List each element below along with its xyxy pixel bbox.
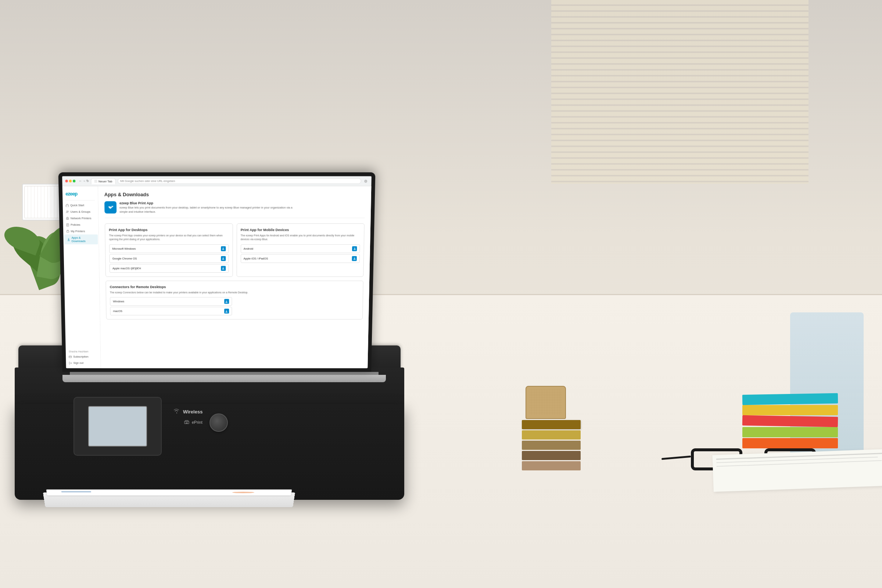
basket (525, 386, 566, 419)
mobile-card-desc: The ezeep Print Apps for Android and iOS… (241, 234, 360, 241)
android-download-label: Android (244, 247, 253, 250)
app-hero-text: ezeep Blue Print App ezeep Blue lets you… (119, 201, 300, 214)
sidebar-item-sign-out[interactable]: Sign out (66, 360, 100, 366)
laptop-hinge (70, 372, 378, 375)
windows-download-icon[interactable] (221, 246, 226, 251)
home-icon (66, 204, 69, 207)
sidebar-item-subscription[interactable]: Subscription (66, 354, 101, 360)
users-icon (66, 210, 69, 213)
connectors-title: Connectors for Remote Desktops (110, 285, 359, 288)
app-hero: ezeep Blue Print App ezeep Blue lets you… (104, 201, 365, 218)
macos-download-label: Apple macOS /β€Ίβ€Ή (112, 266, 141, 270)
connectors-desc: The ezeep Connectors below can be instal… (110, 291, 359, 294)
connector-macos-label: macOS (113, 309, 122, 313)
svg-rect-10 (67, 218, 68, 219)
windows-download-item[interactable]: Microsoft Windows (109, 244, 229, 253)
laptop: ← → ↻ Neuer Tab Mit Google suchen oder e… (63, 177, 386, 382)
sidebar-item-quick-start[interactable]: Quick Start (63, 202, 98, 209)
printer-icon (66, 217, 69, 220)
browser-maximize-dot[interactable] (73, 180, 75, 182)
desk-surface: Wireless ePrint (0, 294, 882, 588)
chromeos-download-label: Google Chrome OS (112, 257, 137, 260)
paper-tray (43, 492, 295, 507)
folders (742, 394, 838, 448)
policies-icon (66, 223, 69, 226)
macos-download-icon[interactable] (221, 266, 226, 270)
browser-chrome: ← → ↻ Neuer Tab Mit Google suchen oder e… (62, 176, 372, 186)
my-printer-icon (66, 230, 69, 232)
download-icon (67, 238, 70, 241)
ezeep-bird-icon (106, 204, 114, 212)
sidebar-item-apps-downloads[interactable]: Apps & Downloads (64, 234, 98, 244)
ios-download-icon[interactable] (352, 256, 357, 261)
svg-point-4 (365, 181, 366, 182)
macos-download-item[interactable]: Apple macOS /β€Ίβ€Ή (110, 264, 229, 273)
books-stack (522, 420, 580, 470)
desktop-card-desc: The ezeep Print App creates your ezeep p… (109, 234, 229, 241)
sidebar-item-network-printers[interactable]: Network Printers (63, 215, 98, 222)
eprint-label: ePrint (192, 420, 202, 424)
svg-rect-16 (67, 230, 68, 231)
desktop-app-card: Print App for Desktops The ezeep Print A… (105, 224, 232, 277)
desktop-card-title: Print App for Desktops (109, 228, 229, 231)
connector-macos-item[interactable]: macOS (110, 307, 232, 315)
connector-windows-item[interactable]: Windows (110, 297, 232, 306)
page-title: Apps & Downloads (104, 192, 365, 197)
svg-rect-5 (66, 205, 68, 207)
svg-point-7 (68, 211, 69, 212)
sidebar-section-label: Shasha Hashtam (66, 349, 101, 354)
svg-rect-15 (66, 231, 69, 232)
wireless-label: Wireless (183, 409, 202, 414)
nav-forward-button[interactable]: → (82, 179, 86, 183)
browser-close-dot[interactable] (65, 180, 68, 182)
window-blinds (551, 0, 808, 184)
papers (712, 449, 882, 492)
sidebar-item-users-groups[interactable]: Users & Groups (63, 208, 98, 215)
browser-tab[interactable]: Neuer Tab (91, 178, 116, 184)
svg-point-6 (66, 211, 68, 212)
main-content: Apps & Downloads (98, 186, 371, 368)
chromeos-download-item[interactable]: Google Chrome OS (109, 254, 229, 263)
chromeos-download-icon[interactable] (221, 256, 226, 261)
connector-windows-icon[interactable] (224, 299, 229, 304)
android-download-icon[interactable] (352, 246, 357, 251)
app-description: ezeep Blue lets you print documents from… (119, 206, 300, 214)
connector-macos-icon[interactable] (224, 309, 229, 314)
printer-power-button[interactable] (210, 413, 228, 432)
laptop-base (63, 375, 386, 382)
svg-rect-18 (69, 356, 72, 358)
connector-windows-label: Windows (113, 300, 124, 303)
sidebar-logo: ezeep (63, 189, 98, 200)
mobile-card-title: Print App for Mobile Devices (241, 228, 360, 231)
signout-icon (69, 362, 72, 364)
address-bar[interactable]: Mit Google suchen oder eine URL eingeben (118, 178, 361, 184)
windows-download-label: Microsoft Windows (112, 247, 136, 250)
sidebar: ezeep Quick Start Users & Groups (63, 186, 101, 368)
ios-download-label: Apple iOS / iPadOS (244, 257, 268, 260)
browser-minimize-dot[interactable] (69, 180, 72, 182)
connectors-card: Connectors for Remote Desktops The ezeep… (105, 280, 363, 320)
mobile-app-card: Print App for Mobile Devices The ezeep P… (236, 224, 364, 277)
browser-settings-icon[interactable] (363, 178, 369, 184)
sidebar-item-policies[interactable]: Policies (63, 222, 99, 228)
svg-rect-9 (67, 217, 68, 218)
svg-rect-2 (186, 423, 188, 423)
app-icon (104, 201, 117, 213)
ios-download-item[interactable]: Apple iOS / iPadOS (240, 254, 360, 263)
sidebar-item-my-printers[interactable]: My Printers (63, 228, 99, 234)
android-download-item[interactable]: Android (241, 244, 360, 253)
nav-refresh-button[interactable]: ↻ (86, 179, 89, 183)
app-name: ezeep Blue Print App (119, 201, 300, 205)
nav-back-button[interactable]: ← (79, 179, 82, 183)
subscription-icon (69, 356, 72, 358)
